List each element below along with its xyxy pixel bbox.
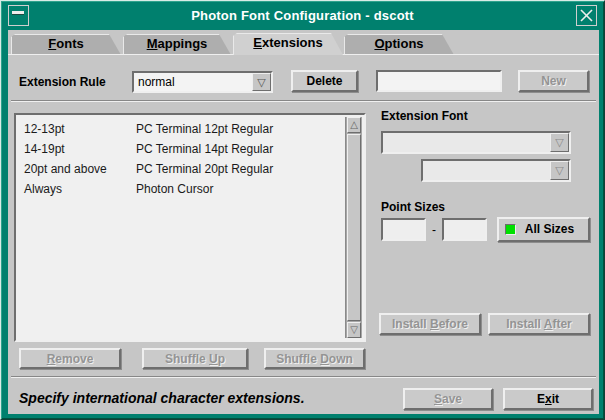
extension-font-combobox-2[interactable]: ▽ — [421, 159, 571, 182]
separator-top — [11, 100, 596, 102]
photon-font-configuration-window: Photon Font Configuration - dscott Fonts… — [0, 0, 605, 420]
tab-mappings[interactable]: Mappings — [123, 34, 231, 55]
point-size-range-dash: - — [432, 223, 436, 237]
remove-button[interactable]: Remove — [19, 348, 121, 369]
save-button[interactable]: Save — [403, 388, 493, 410]
dialog-content: Fonts Mappings Extensions Options Extens… — [8, 30, 599, 414]
point-sizes-label: Point Sizes — [381, 200, 445, 214]
extension-rule-dropdown-icon[interactable]: ▽ — [252, 73, 271, 91]
extension-font-label: Extension Font — [381, 109, 468, 123]
delete-button[interactable]: Delete — [291, 70, 358, 92]
scroll-up-icon[interactable]: △ — [347, 117, 361, 133]
install-before-button[interactable]: Install Before — [379, 313, 481, 335]
shuffle-up-button[interactable]: Shuffle Up — [142, 348, 248, 369]
exit-button[interactable]: Exit — [503, 388, 593, 410]
tab-fonts[interactable]: Fonts — [11, 34, 121, 55]
point-size-to-input[interactable] — [442, 218, 487, 241]
extension-rules-list[interactable]: 12-13pt PC Terminal 12pt Regular 14-19pt… — [14, 113, 366, 342]
separator-bottom — [11, 376, 596, 378]
scroll-down-icon[interactable]: ▽ — [347, 322, 361, 338]
extension-rule-combobox[interactable]: normal ▽ — [132, 71, 273, 93]
close-button[interactable] — [576, 5, 597, 26]
point-size-from-input[interactable] — [381, 218, 426, 241]
list-item[interactable]: 12-13pt PC Terminal 12pt Regular — [16, 119, 364, 139]
scrollbar-thumb[interactable] — [347, 134, 361, 321]
extension-rule-value: normal — [138, 75, 175, 89]
tab-extensions[interactable]: Extensions — [233, 33, 343, 55]
dropdown-icon[interactable]: ▽ — [550, 133, 569, 152]
tab-options[interactable]: Options — [344, 34, 454, 55]
all-sizes-toggle[interactable]: All Sizes — [497, 217, 590, 242]
close-x-icon — [579, 8, 594, 23]
status-message: Specify international character extensio… — [19, 390, 305, 406]
new-rule-name-input[interactable] — [376, 70, 502, 92]
extension-rule-label: Extension Rule — [19, 75, 106, 89]
extension-font-combobox-1[interactable]: ▽ — [381, 131, 571, 154]
install-after-button[interactable]: Install After — [488, 313, 590, 335]
list-item[interactable]: Always Photon Cursor — [16, 179, 364, 199]
new-button[interactable]: New — [518, 70, 589, 92]
window-title: Photon Font Configuration - dscott — [4, 8, 601, 23]
all-sizes-indicator-icon — [505, 224, 516, 235]
list-scrollbar[interactable]: △ ▽ — [345, 117, 362, 338]
titlebar: Photon Font Configuration - dscott — [4, 4, 601, 28]
shuffle-down-button[interactable]: Shuffle Down — [264, 348, 365, 369]
dropdown-icon[interactable]: ▽ — [550, 161, 569, 180]
list-item[interactable]: 20pt and above PC Terminal 20pt Regular — [16, 159, 364, 179]
list-item[interactable]: 14-19pt PC Terminal 14pt Regular — [16, 139, 364, 159]
